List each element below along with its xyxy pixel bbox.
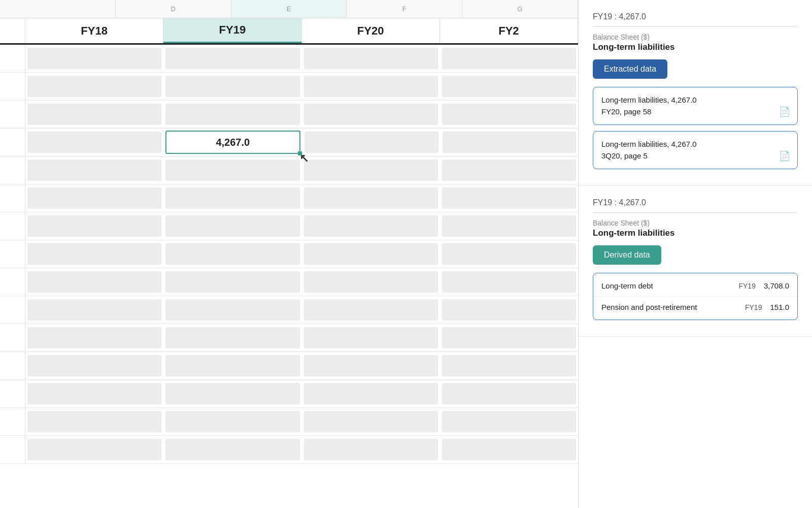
row-num [0,380,25,407]
cell-e11[interactable] [165,327,299,348]
cell-f3[interactable] [304,104,438,125]
cell-d4[interactable] [27,132,161,153]
metric-label-1: Long-term liabilities [593,42,798,52]
data-rows: 4,267.0 ↖ [0,45,578,508]
cell-f1[interactable] [304,48,438,69]
table-row [0,324,578,352]
cell-g2[interactable] [442,76,576,97]
cell-d1[interactable] [27,48,161,69]
row-num [0,296,25,324]
cell-f9[interactable] [304,271,438,293]
row-num [0,240,25,268]
row-num [0,101,25,128]
document-icon-2[interactable]: 📄 [779,150,790,162]
derived-label-1: Long-term debt [601,281,730,290]
cell-g6[interactable] [442,187,576,209]
source-card-1-line2: FY20, page 58 [601,106,789,118]
cell-g13[interactable] [442,383,576,404]
cell-f8[interactable] [304,243,438,265]
derived-value-2: 151.0 [770,303,789,311]
year-fy2x[interactable]: FY2 [440,18,578,43]
cell-f2[interactable] [304,76,438,97]
cell-g10[interactable] [442,299,576,321]
cell-f4[interactable] [304,132,438,153]
cell-e13[interactable] [165,383,299,404]
cell-g11[interactable] [442,327,576,348]
col-header-f: F [347,0,462,18]
cell-e12[interactable] [165,355,299,376]
year-fy19[interactable]: FY19 [163,18,301,43]
cell-d9[interactable] [27,271,161,293]
cell-f5[interactable] [304,160,438,181]
cell-d15[interactable] [27,439,161,460]
cell-g7[interactable] [442,215,576,237]
row-num [0,129,25,156]
cell-f7[interactable] [304,215,438,237]
cell-g15[interactable] [442,439,576,460]
cell-d5[interactable] [27,160,161,181]
derived-card: Long-term debt FY19 3,708.0 Pension and … [593,273,798,320]
source-card-2[interactable]: Long-term liabilities, 4,267.0 3Q20, pag… [593,131,798,169]
cell-e10[interactable] [165,299,299,321]
cursor-icon: ↖ [299,153,309,164]
year-fy20[interactable]: FY20 [302,18,440,43]
cell-f10[interactable] [304,299,438,321]
cell-g14[interactable] [442,411,576,432]
row-num [0,212,25,240]
source-card-1-line1: Long-term liabilities, 4,267.0 [601,94,789,106]
cell-d3[interactable] [27,104,161,125]
table-row [0,156,578,184]
cell-e8[interactable] [165,243,299,265]
extracted-data-button[interactable]: Extracted data [593,59,667,79]
col-headers: D E F G [0,0,578,18]
document-icon-1[interactable]: 📄 [779,106,790,117]
spreadsheet-area: D E F G FY18 FY19 FY20 FY2 [0,0,579,508]
cell-d6[interactable] [27,187,161,209]
cell-e1[interactable] [165,48,299,69]
cell-g12[interactable] [442,355,576,376]
table-row [0,436,578,464]
cell-d12[interactable] [27,355,161,376]
row-num [0,436,25,463]
cell-e15[interactable] [165,439,299,460]
cell-d14[interactable] [27,411,161,432]
table-row [0,73,578,101]
cell-d10[interactable] [27,299,161,321]
year-fy18[interactable]: FY18 [25,18,163,43]
cell-g5[interactable] [442,160,576,181]
source-card-2-line1: Long-term liabilities, 4,267.0 [601,139,789,150]
cell-e2[interactable] [165,76,299,97]
cell-e9[interactable] [165,271,299,293]
cell-f14[interactable] [304,411,438,432]
sheet-label-1: Balance Sheet ($) [593,33,798,41]
cell-e5[interactable] [165,160,299,181]
cell-e6[interactable] [165,187,299,209]
cell-d11[interactable] [27,327,161,348]
right-panel: FY19 : 4,267.0 Balance Sheet ($) Long-te… [579,0,812,508]
cell-g8[interactable] [442,243,576,265]
cell-f6[interactable] [304,187,438,209]
cell-f13[interactable] [304,383,438,404]
source-card-1[interactable]: Long-term liabilities, 4,267.0 FY20, pag… [593,87,798,125]
table-row [0,184,578,212]
cell-g1[interactable] [442,48,576,69]
row-num-header [0,0,116,18]
cell-d13[interactable] [27,383,161,404]
cell-g9[interactable] [442,271,576,293]
cell-e4-selected[interactable]: 4,267.0 ↖ [165,131,301,154]
cell-d8[interactable] [27,243,161,265]
cell-d2[interactable] [27,76,161,97]
row-num [0,268,25,296]
cell-d7[interactable] [27,215,161,237]
cell-f15[interactable] [304,439,438,460]
derived-row-2: Pension and post-retirement FY19 151.0 [593,297,797,318]
cell-g3[interactable] [442,104,576,125]
derived-data-button[interactable]: Derived data [593,245,661,265]
cell-e14[interactable] [165,411,299,432]
fy-label-1: FY19 : 4,267.0 [593,12,798,21]
cell-e7[interactable] [165,215,299,237]
cell-e3[interactable] [165,104,299,125]
cell-g4[interactable] [443,132,577,153]
cell-f11[interactable] [304,327,438,348]
cell-f12[interactable] [304,355,438,376]
